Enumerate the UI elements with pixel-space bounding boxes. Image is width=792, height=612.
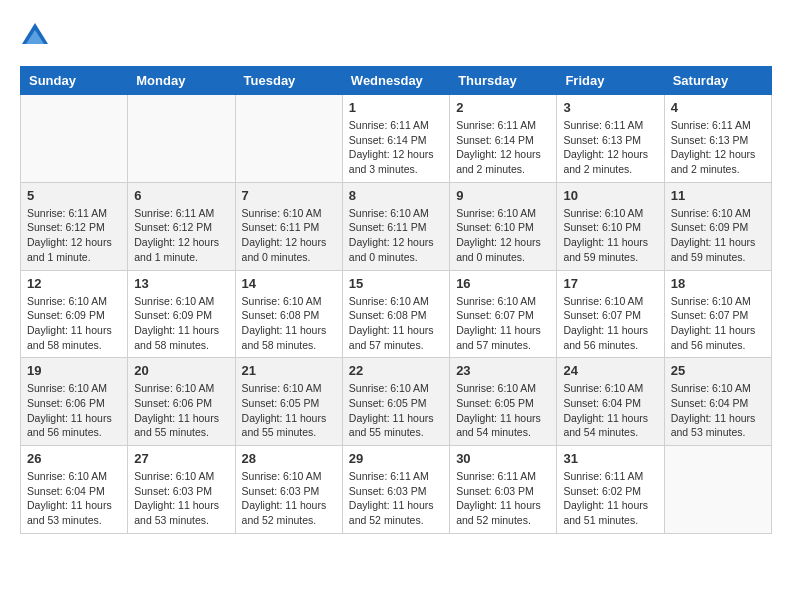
day-number: 31 — [563, 451, 657, 466]
week-row-3: 12Sunrise: 6:10 AM Sunset: 6:09 PM Dayli… — [21, 270, 772, 358]
day-info: Sunrise: 6:11 AM Sunset: 6:12 PM Dayligh… — [134, 206, 228, 265]
weekday-header-saturday: Saturday — [664, 67, 771, 95]
calendar-cell: 10Sunrise: 6:10 AM Sunset: 6:10 PM Dayli… — [557, 182, 664, 270]
calendar-cell — [21, 95, 128, 183]
day-info: Sunrise: 6:10 AM Sunset: 6:10 PM Dayligh… — [563, 206, 657, 265]
day-number: 22 — [349, 363, 443, 378]
calendar-cell: 25Sunrise: 6:10 AM Sunset: 6:04 PM Dayli… — [664, 358, 771, 446]
calendar-cell: 31Sunrise: 6:11 AM Sunset: 6:02 PM Dayli… — [557, 446, 664, 534]
day-number: 8 — [349, 188, 443, 203]
calendar-cell: 1Sunrise: 6:11 AM Sunset: 6:14 PM Daylig… — [342, 95, 449, 183]
day-info: Sunrise: 6:10 AM Sunset: 6:09 PM Dayligh… — [134, 294, 228, 353]
calendar-cell: 17Sunrise: 6:10 AM Sunset: 6:07 PM Dayli… — [557, 270, 664, 358]
day-info: Sunrise: 6:10 AM Sunset: 6:08 PM Dayligh… — [242, 294, 336, 353]
calendar-cell: 19Sunrise: 6:10 AM Sunset: 6:06 PM Dayli… — [21, 358, 128, 446]
day-info: Sunrise: 6:11 AM Sunset: 6:13 PM Dayligh… — [671, 118, 765, 177]
day-info: Sunrise: 6:10 AM Sunset: 6:04 PM Dayligh… — [27, 469, 121, 528]
calendar-cell: 16Sunrise: 6:10 AM Sunset: 6:07 PM Dayli… — [450, 270, 557, 358]
week-row-4: 19Sunrise: 6:10 AM Sunset: 6:06 PM Dayli… — [21, 358, 772, 446]
day-number: 23 — [456, 363, 550, 378]
day-info: Sunrise: 6:10 AM Sunset: 6:05 PM Dayligh… — [242, 381, 336, 440]
day-info: Sunrise: 6:10 AM Sunset: 6:11 PM Dayligh… — [349, 206, 443, 265]
day-info: Sunrise: 6:10 AM Sunset: 6:06 PM Dayligh… — [134, 381, 228, 440]
page-header — [20, 20, 772, 50]
day-info: Sunrise: 6:11 AM Sunset: 6:02 PM Dayligh… — [563, 469, 657, 528]
calendar-cell: 15Sunrise: 6:10 AM Sunset: 6:08 PM Dayli… — [342, 270, 449, 358]
day-number: 7 — [242, 188, 336, 203]
day-number: 11 — [671, 188, 765, 203]
day-number: 19 — [27, 363, 121, 378]
calendar-cell: 26Sunrise: 6:10 AM Sunset: 6:04 PM Dayli… — [21, 446, 128, 534]
calendar-cell: 20Sunrise: 6:10 AM Sunset: 6:06 PM Dayli… — [128, 358, 235, 446]
weekday-header-monday: Monday — [128, 67, 235, 95]
day-number: 26 — [27, 451, 121, 466]
day-info: Sunrise: 6:10 AM Sunset: 6:05 PM Dayligh… — [456, 381, 550, 440]
week-row-2: 5Sunrise: 6:11 AM Sunset: 6:12 PM Daylig… — [21, 182, 772, 270]
day-number: 4 — [671, 100, 765, 115]
calendar-cell: 18Sunrise: 6:10 AM Sunset: 6:07 PM Dayli… — [664, 270, 771, 358]
calendar-cell: 9Sunrise: 6:10 AM Sunset: 6:10 PM Daylig… — [450, 182, 557, 270]
calendar-cell: 11Sunrise: 6:10 AM Sunset: 6:09 PM Dayli… — [664, 182, 771, 270]
calendar-cell: 13Sunrise: 6:10 AM Sunset: 6:09 PM Dayli… — [128, 270, 235, 358]
day-number: 5 — [27, 188, 121, 203]
day-info: Sunrise: 6:11 AM Sunset: 6:03 PM Dayligh… — [349, 469, 443, 528]
calendar-cell: 24Sunrise: 6:10 AM Sunset: 6:04 PM Dayli… — [557, 358, 664, 446]
day-number: 21 — [242, 363, 336, 378]
day-info: Sunrise: 6:10 AM Sunset: 6:03 PM Dayligh… — [242, 469, 336, 528]
day-number: 12 — [27, 276, 121, 291]
calendar-cell — [664, 446, 771, 534]
day-info: Sunrise: 6:10 AM Sunset: 6:11 PM Dayligh… — [242, 206, 336, 265]
day-number: 2 — [456, 100, 550, 115]
calendar-cell: 2Sunrise: 6:11 AM Sunset: 6:14 PM Daylig… — [450, 95, 557, 183]
calendar-cell: 7Sunrise: 6:10 AM Sunset: 6:11 PM Daylig… — [235, 182, 342, 270]
calendar-cell: 22Sunrise: 6:10 AM Sunset: 6:05 PM Dayli… — [342, 358, 449, 446]
day-info: Sunrise: 6:10 AM Sunset: 6:03 PM Dayligh… — [134, 469, 228, 528]
day-info: Sunrise: 6:10 AM Sunset: 6:10 PM Dayligh… — [456, 206, 550, 265]
day-number: 27 — [134, 451, 228, 466]
day-number: 17 — [563, 276, 657, 291]
day-number: 30 — [456, 451, 550, 466]
day-number: 3 — [563, 100, 657, 115]
day-number: 18 — [671, 276, 765, 291]
calendar-cell: 12Sunrise: 6:10 AM Sunset: 6:09 PM Dayli… — [21, 270, 128, 358]
day-info: Sunrise: 6:11 AM Sunset: 6:13 PM Dayligh… — [563, 118, 657, 177]
day-info: Sunrise: 6:10 AM Sunset: 6:04 PM Dayligh… — [671, 381, 765, 440]
day-info: Sunrise: 6:10 AM Sunset: 6:09 PM Dayligh… — [671, 206, 765, 265]
day-number: 29 — [349, 451, 443, 466]
week-row-1: 1Sunrise: 6:11 AM Sunset: 6:14 PM Daylig… — [21, 95, 772, 183]
day-info: Sunrise: 6:11 AM Sunset: 6:03 PM Dayligh… — [456, 469, 550, 528]
calendar-cell: 6Sunrise: 6:11 AM Sunset: 6:12 PM Daylig… — [128, 182, 235, 270]
day-info: Sunrise: 6:10 AM Sunset: 6:07 PM Dayligh… — [563, 294, 657, 353]
day-info: Sunrise: 6:10 AM Sunset: 6:04 PM Dayligh… — [563, 381, 657, 440]
calendar-cell: 8Sunrise: 6:10 AM Sunset: 6:11 PM Daylig… — [342, 182, 449, 270]
weekday-header-tuesday: Tuesday — [235, 67, 342, 95]
weekday-header-thursday: Thursday — [450, 67, 557, 95]
weekday-header-wednesday: Wednesday — [342, 67, 449, 95]
weekday-header-friday: Friday — [557, 67, 664, 95]
day-info: Sunrise: 6:10 AM Sunset: 6:09 PM Dayligh… — [27, 294, 121, 353]
day-number: 15 — [349, 276, 443, 291]
calendar-cell: 3Sunrise: 6:11 AM Sunset: 6:13 PM Daylig… — [557, 95, 664, 183]
day-number: 9 — [456, 188, 550, 203]
calendar-cell — [128, 95, 235, 183]
calendar-cell: 4Sunrise: 6:11 AM Sunset: 6:13 PM Daylig… — [664, 95, 771, 183]
day-number: 25 — [671, 363, 765, 378]
day-number: 16 — [456, 276, 550, 291]
calendar-cell — [235, 95, 342, 183]
day-info: Sunrise: 6:11 AM Sunset: 6:12 PM Dayligh… — [27, 206, 121, 265]
day-info: Sunrise: 6:11 AM Sunset: 6:14 PM Dayligh… — [349, 118, 443, 177]
calendar-cell: 21Sunrise: 6:10 AM Sunset: 6:05 PM Dayli… — [235, 358, 342, 446]
weekday-header-row: SundayMondayTuesdayWednesdayThursdayFrid… — [21, 67, 772, 95]
logo — [20, 20, 54, 50]
day-number: 24 — [563, 363, 657, 378]
day-info: Sunrise: 6:10 AM Sunset: 6:07 PM Dayligh… — [456, 294, 550, 353]
day-info: Sunrise: 6:10 AM Sunset: 6:05 PM Dayligh… — [349, 381, 443, 440]
calendar-cell: 27Sunrise: 6:10 AM Sunset: 6:03 PM Dayli… — [128, 446, 235, 534]
calendar-cell: 5Sunrise: 6:11 AM Sunset: 6:12 PM Daylig… — [21, 182, 128, 270]
week-row-5: 26Sunrise: 6:10 AM Sunset: 6:04 PM Dayli… — [21, 446, 772, 534]
day-info: Sunrise: 6:10 AM Sunset: 6:08 PM Dayligh… — [349, 294, 443, 353]
calendar-cell: 30Sunrise: 6:11 AM Sunset: 6:03 PM Dayli… — [450, 446, 557, 534]
day-info: Sunrise: 6:10 AM Sunset: 6:07 PM Dayligh… — [671, 294, 765, 353]
calendar-cell: 14Sunrise: 6:10 AM Sunset: 6:08 PM Dayli… — [235, 270, 342, 358]
logo-icon — [20, 20, 50, 50]
